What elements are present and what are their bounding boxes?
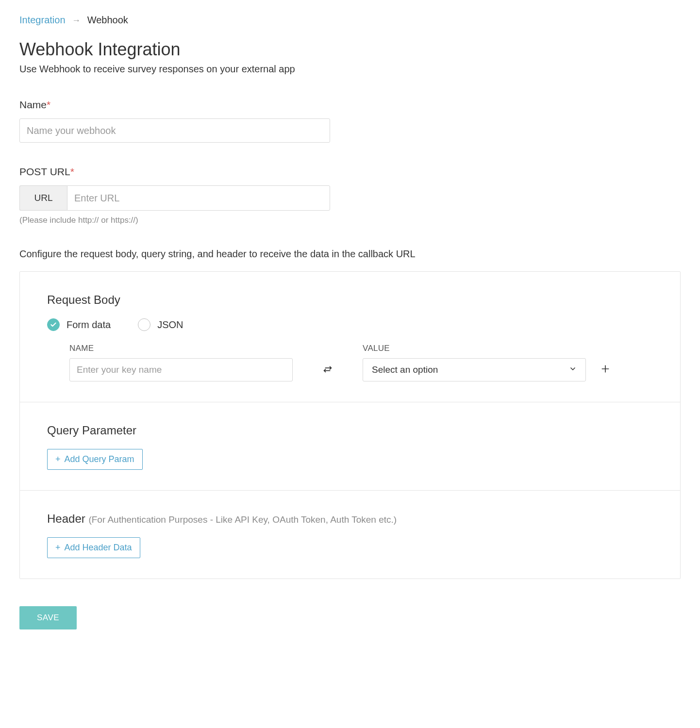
plus-icon: +: [55, 454, 61, 464]
header-section: Header (For Authentication Purposes - Li…: [20, 491, 680, 579]
request-body-heading: Request Body: [47, 293, 653, 307]
post-url-hint: (Please include http:// or https://): [19, 215, 681, 225]
name-label: Name*: [19, 99, 681, 111]
name-field-group: Name*: [19, 99, 681, 143]
add-query-param-button[interactable]: + Add Query Param: [47, 449, 143, 470]
add-header-data-label: Add Header Data: [65, 543, 132, 553]
value-select-text: Select an option: [372, 364, 438, 375]
swap-column: [293, 364, 363, 376]
required-asterisk: *: [70, 166, 74, 177]
kv-col-value: VALUE: [363, 344, 390, 353]
post-url-input[interactable]: [67, 185, 330, 211]
add-query-param-label: Add Query Param: [65, 454, 134, 464]
radio-json[interactable]: JSON: [138, 318, 183, 331]
radio-json-label: JSON: [157, 319, 183, 331]
header-heading: Header (For Authentication Purposes - Li…: [47, 512, 653, 526]
header-sub-text: (For Authentication Purposes - Like API …: [88, 514, 397, 525]
name-label-text: Name: [19, 99, 47, 110]
radio-form-data-label: Form data: [67, 319, 111, 331]
configure-note: Configure the request body, query string…: [19, 248, 681, 260]
swap-icon: [322, 364, 333, 376]
radio-unchecked-icon: [138, 318, 150, 331]
radio-checked-icon: [47, 318, 60, 331]
post-url-label: POST URL*: [19, 166, 681, 178]
save-button[interactable]: SAVE: [19, 606, 77, 629]
page-subtitle: Use Webhook to receive survey responses …: [19, 64, 681, 75]
url-prefix-label: URL: [19, 185, 67, 211]
kv-row: Select an option: [69, 358, 653, 381]
config-panel: Request Body Form data JSON NAME VALUE: [19, 271, 681, 579]
url-input-row: URL: [19, 185, 330, 211]
required-asterisk: *: [47, 99, 50, 110]
breadcrumb-parent-link[interactable]: Integration: [19, 15, 66, 25]
request-body-section: Request Body Form data JSON NAME VALUE: [20, 272, 680, 402]
key-name-input[interactable]: [69, 358, 293, 381]
value-select[interactable]: Select an option: [363, 358, 586, 381]
name-input[interactable]: [19, 118, 330, 143]
post-url-field-group: POST URL* URL (Please include http:// or…: [19, 166, 681, 225]
kv-header-row: NAME VALUE: [69, 344, 653, 353]
plus-icon[interactable]: [600, 364, 610, 376]
add-header-data-button[interactable]: + Add Header Data: [47, 537, 140, 558]
chevron-down-icon: [569, 364, 577, 375]
body-type-radio-row: Form data JSON: [47, 318, 653, 331]
header-heading-text: Header: [47, 512, 85, 525]
arrow-right-icon: →: [72, 16, 81, 25]
page-title: Webhook Integration: [19, 39, 681, 60]
radio-form-data[interactable]: Form data: [47, 318, 111, 331]
kv-col-name: NAME: [69, 344, 293, 353]
breadcrumb-current: Webhook: [87, 15, 128, 25]
query-parameter-heading: Query Parameter: [47, 424, 653, 437]
add-kv-column: [586, 364, 625, 376]
query-parameter-section: Query Parameter + Add Query Param: [20, 402, 680, 491]
breadcrumb: Integration → Webhook: [19, 15, 681, 26]
post-url-label-text: POST URL: [19, 166, 70, 177]
plus-icon: +: [55, 543, 61, 553]
